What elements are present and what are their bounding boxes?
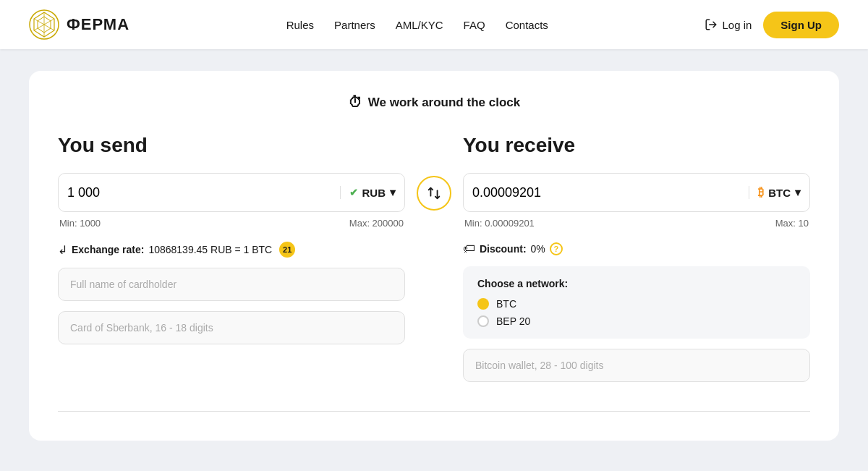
discount-value: 0%: [531, 243, 545, 255]
receive-amount-input[interactable]: [472, 185, 749, 200]
swap-icon: [426, 185, 442, 201]
discount-label: Discount:: [480, 243, 527, 255]
login-button[interactable]: Log in: [705, 18, 752, 31]
exchange-layout: You send ✔ RUB ▾ Min: 1000 Max: 200000 ↲…: [58, 134, 810, 382]
nav-contacts[interactable]: Contacts: [506, 19, 548, 31]
header: ФЕРМА Rules Partners AML/KYC FAQ Contact…: [0, 0, 868, 49]
swap-section: [405, 134, 463, 211]
logo-text: ФЕРМА: [67, 15, 129, 34]
main-content: ⏱ We work around the clock You send ✔ RU…: [0, 49, 868, 462]
logo-icon: [29, 9, 59, 40]
receive-min-max: Min: 0.00009201 Max: 10: [463, 218, 810, 229]
send-side: You send ✔ RUB ▾ Min: 1000 Max: 200000 ↲…: [58, 134, 405, 344]
send-amount-row: ✔ RUB ▾: [58, 173, 405, 212]
wallet-input[interactable]: [463, 349, 810, 382]
clock-icon: ⏱: [348, 94, 362, 111]
main-nav: Rules Partners AML/KYC FAQ Contacts: [286, 19, 548, 31]
exchange-card: ⏱ We work around the clock You send ✔ RU…: [29, 71, 839, 441]
exchange-rate-value: 10868139.45 RUB = 1 BTC: [148, 244, 272, 255]
send-title: You send: [58, 134, 405, 157]
bottom-divider: [58, 411, 810, 412]
network-box: Choose a network: BTC BEP 20: [463, 266, 810, 339]
login-label: Log in: [722, 19, 752, 31]
login-icon: [705, 18, 718, 31]
discount-row: 🏷 Discount: 0% ?: [463, 242, 810, 256]
exchange-rate-prefix: Exchange rate:: [72, 244, 144, 255]
send-currency-label: RUB: [362, 187, 386, 199]
network-option-bep20[interactable]: BEP 20: [477, 315, 796, 327]
network-title: Choose a network:: [477, 278, 796, 289]
receive-title: You receive: [463, 134, 810, 157]
exchange-badge: 21: [279, 242, 295, 258]
btc-radio-filled: [477, 298, 489, 310]
banner-text: We work around the clock: [368, 96, 520, 110]
receive-currency-chevron: ▾: [795, 186, 801, 199]
logo: ФЕРМА: [29, 9, 129, 40]
send-currency-chevron: ▾: [390, 186, 396, 199]
cardholder-input[interactable]: [58, 268, 405, 301]
swap-button[interactable]: [417, 176, 451, 211]
header-actions: Log in Sign Up: [705, 12, 839, 38]
bep20-network-label: BEP 20: [496, 315, 530, 327]
send-min-max: Min: 1000 Max: 200000: [58, 218, 405, 229]
send-min: Min: 1000: [59, 218, 101, 229]
exchange-rate-icon: ↲: [58, 243, 67, 257]
btc-icon: ₿: [758, 186, 764, 199]
nav-partners[interactable]: Partners: [334, 19, 375, 31]
nav-faq[interactable]: FAQ: [464, 19, 485, 31]
receive-currency-label: BTC: [768, 187, 791, 199]
send-amount-input[interactable]: [67, 185, 340, 200]
receive-amount-row: ₿ BTC ▾: [463, 173, 810, 212]
receive-currency-selector[interactable]: ₿ BTC ▾: [749, 186, 801, 199]
send-currency-selector[interactable]: ✔ RUB ▾: [340, 186, 396, 199]
network-option-btc[interactable]: BTC: [477, 298, 796, 310]
discount-help-icon[interactable]: ?: [550, 242, 563, 255]
btc-network-label: BTC: [496, 298, 516, 310]
receive-min: Min: 0.00009201: [464, 218, 535, 229]
discount-icon: 🏷: [463, 242, 475, 256]
signup-label: Sign Up: [780, 19, 822, 31]
signup-button[interactable]: Sign Up: [763, 12, 839, 38]
bep20-radio-empty: [477, 315, 489, 327]
nav-rules[interactable]: Rules: [286, 19, 314, 31]
card-number-input[interactable]: [58, 311, 405, 344]
receive-max: Max: 10: [775, 218, 809, 229]
receive-side: You receive ₿ BTC ▾ Min: 0.00009201 Max:…: [463, 134, 810, 382]
clock-banner: ⏱ We work around the clock: [58, 94, 810, 111]
exchange-rate-row: ↲ Exchange rate: 10868139.45 RUB = 1 BTC…: [58, 242, 405, 258]
currency-check-icon: ✔: [349, 187, 358, 198]
nav-amlkyc[interactable]: AML/KYC: [396, 19, 443, 31]
send-max: Max: 200000: [349, 218, 404, 229]
